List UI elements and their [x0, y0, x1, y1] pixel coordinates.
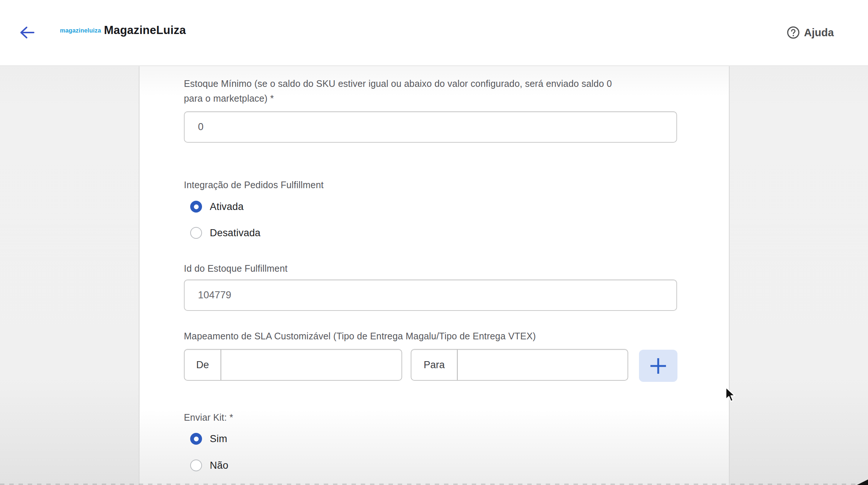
- bottom-tick-artifact: [0, 484, 868, 485]
- radio-nao-label: Não: [210, 460, 228, 471]
- radio-ativada-icon[interactable]: [190, 201, 202, 213]
- plus-icon: [649, 357, 667, 375]
- help-label: Ajuda: [804, 27, 834, 39]
- question-circle-icon: [787, 26, 800, 39]
- radio-desativada-icon[interactable]: [190, 227, 202, 239]
- radio-option-ativada[interactable]: Ativada: [190, 201, 243, 213]
- mouse-cursor: [724, 387, 737, 405]
- sla-de-group: De: [184, 349, 402, 381]
- estoque-minimo-label: Estoque Mínimo (se o saldo do SKU estive…: [184, 76, 702, 106]
- arrow-left-icon: [18, 26, 35, 39]
- help-button[interactable]: Ajuda: [787, 24, 834, 41]
- sla-mapping-label: Mapeamento de SLA Customizável (Tipo de …: [184, 329, 720, 343]
- sla-de-prefix: De: [185, 350, 221, 380]
- integracao-pedidos-label: Integração de Pedidos Fulfillment: [184, 177, 324, 192]
- radio-sim-icon[interactable]: [190, 433, 202, 445]
- radio-sim-label: Sim: [210, 433, 227, 445]
- radio-option-nao[interactable]: Não: [190, 459, 228, 471]
- app-header: magazineluiza MagazineLuiza Ajuda: [0, 0, 868, 66]
- id-estoque-label: Id do Estoque Fulfillment: [184, 261, 287, 276]
- radio-option-sim[interactable]: Sim: [190, 433, 227, 445]
- sla-de-input[interactable]: [221, 350, 401, 380]
- id-estoque-input[interactable]: [184, 279, 677, 311]
- sla-para-group: Para: [411, 349, 628, 381]
- estoque-minimo-input[interactable]: [184, 111, 677, 143]
- marketplace-logo: magazineluiza: [60, 27, 101, 34]
- back-button[interactable]: [18, 24, 35, 41]
- radio-ativada-label: Ativada: [210, 201, 243, 213]
- radio-desativada-label: Desativada: [210, 227, 260, 239]
- sla-para-input[interactable]: [458, 350, 628, 380]
- enviar-kit-label: Enviar Kit: *: [184, 410, 233, 425]
- sla-para-prefix: Para: [411, 350, 458, 380]
- page-title: MagazineLuiza: [104, 24, 186, 37]
- add-sla-mapping-button[interactable]: [639, 350, 677, 382]
- radio-option-desativada[interactable]: Desativada: [190, 227, 260, 239]
- radio-nao-icon[interactable]: [190, 459, 202, 471]
- corner-wedge-artifact: [857, 479, 868, 485]
